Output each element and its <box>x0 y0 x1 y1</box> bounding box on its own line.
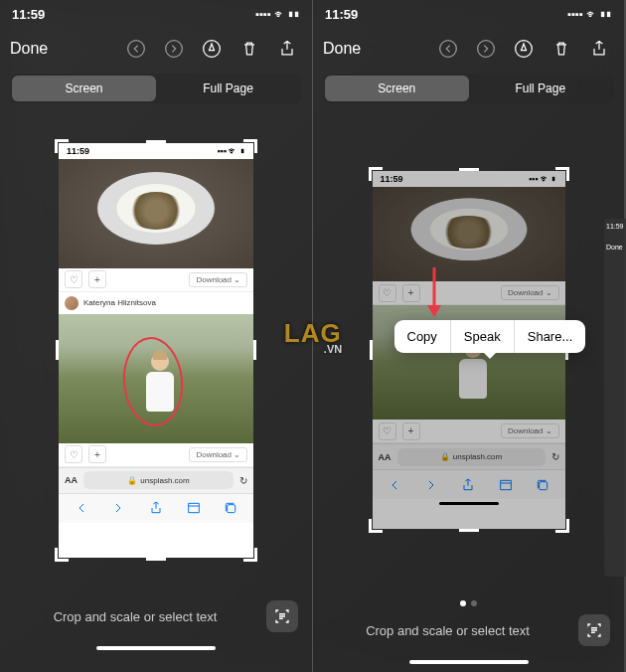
tab-fullpage[interactable]: Full Page <box>156 76 300 101</box>
tab-screen[interactable]: Screen <box>325 76 469 101</box>
menu-share[interactable]: Share... <box>514 320 586 353</box>
home-indicator[interactable] <box>409 660 529 664</box>
hint-text: Crop and scale or select text <box>327 623 568 638</box>
tabs-icon[interactable] <box>535 477 550 493</box>
canvas-area[interactable]: 11:59 Done Copy Speak Share... 11:59 ▪ <box>313 107 624 592</box>
heart-icon[interactable]: ♡ <box>379 284 396 302</box>
url-field[interactable]: 🔒unsplash.com <box>83 471 234 489</box>
bottom-area: Crop and scale or select text <box>313 592 624 672</box>
red-arrow-annotation <box>424 265 444 324</box>
plus-icon[interactable]: + <box>402 422 420 440</box>
download-button[interactable]: Download⌄ <box>189 447 247 462</box>
hint-text: Crop and scale or select text <box>14 609 256 624</box>
tab-fullpage[interactable]: Full Page <box>469 76 613 101</box>
crop-handle-right[interactable] <box>253 340 256 360</box>
share-icon[interactable] <box>584 34 614 64</box>
status-time: 11:59 <box>12 7 45 22</box>
plus-icon[interactable]: + <box>88 445 106 463</box>
image-actions: ♡ + Download⌄ <box>59 268 253 292</box>
child-image <box>59 314 253 443</box>
text-select-button[interactable] <box>578 614 610 646</box>
redo-icon[interactable] <box>159 34 189 64</box>
crop-handle-bottom[interactable] <box>459 529 479 532</box>
inner-status-bar: 11:59 ▪▪▪ ᯤ ▮ <box>59 143 253 159</box>
undo-icon[interactable] <box>433 34 463 64</box>
page-dot[interactable] <box>471 600 477 606</box>
phone-left: 11:59 ▪▪▪▪ ᯤ ▮▮ Done Screen Full Page 11… <box>0 0 312 672</box>
share-icon[interactable] <box>272 34 302 64</box>
image-actions-2: ♡ + Download⌄ <box>373 420 565 443</box>
safari-tab-bar <box>373 469 565 499</box>
plus-icon[interactable]: + <box>402 284 420 302</box>
markup-icon[interactable] <box>197 34 227 64</box>
view-segmented-control[interactable]: Screen Full Page <box>10 74 302 103</box>
page-indicator <box>460 600 477 606</box>
watermark: LAG .VN <box>284 318 342 355</box>
svg-point-5 <box>478 41 495 58</box>
heart-icon[interactable]: ♡ <box>379 422 396 440</box>
page-dot[interactable] <box>460 600 466 606</box>
safari-address-bar: AA 🔒unsplash.com ↻ <box>59 467 253 493</box>
redo-icon[interactable] <box>471 34 501 64</box>
trash-icon[interactable] <box>547 34 576 64</box>
canvas-area[interactable]: 11:59 ▪▪▪ ᯤ ▮ ♡ + Download⌄ Kateryna Hli… <box>0 107 312 592</box>
tab-screen[interactable]: Screen <box>12 76 156 101</box>
markup-icon[interactable] <box>509 34 539 64</box>
heart-icon[interactable]: ♡ <box>65 445 82 463</box>
trash-icon[interactable] <box>235 34 264 64</box>
back-icon[interactable] <box>74 500 89 516</box>
share-icon[interactable] <box>148 500 164 516</box>
image-actions-2: ♡ + Download⌄ <box>59 443 253 467</box>
download-button[interactable]: Download⌄ <box>501 285 559 300</box>
status-icons: ▪▪▪▪ ᯤ ▮▮ <box>255 8 300 20</box>
menu-speak[interactable]: Speak <box>450 320 514 353</box>
bookmarks-icon[interactable] <box>498 477 514 493</box>
status-icons: ▪▪▪▪ ᯤ ▮▮ <box>567 8 612 20</box>
author-row: Kateryna Hliznitsova <box>59 292 253 314</box>
done-button[interactable]: Done <box>323 40 425 58</box>
image-actions: ♡ + Download⌄ <box>373 281 565 305</box>
screenshot-frame[interactable]: Copy Speak Share... 11:59 ▪▪▪ ᯤ ▮ ♡ + Do… <box>373 171 565 529</box>
forward-icon[interactable] <box>423 477 439 493</box>
download-button[interactable]: Download⌄ <box>189 272 247 287</box>
text-select-button[interactable] <box>266 600 298 632</box>
svg-rect-7 <box>540 481 548 489</box>
refresh-icon[interactable]: ↻ <box>551 451 559 462</box>
menu-copy[interactable]: Copy <box>394 320 450 353</box>
undo-icon[interactable] <box>121 34 151 64</box>
url-field[interactable]: 🔒unsplash.com <box>397 448 546 466</box>
back-icon[interactable] <box>387 477 402 493</box>
phone-right: 11:59 ▪▪▪▪ ᯤ ▮▮ Done Screen Full Page 11… <box>312 0 624 672</box>
screenshot-frame[interactable]: 11:59 ▪▪▪ ᯤ ▮ ♡ + Download⌄ Kateryna Hli… <box>59 143 253 558</box>
bookmarks-icon[interactable] <box>186 500 202 516</box>
download-button[interactable]: Download⌄ <box>501 423 559 438</box>
svg-point-1 <box>166 41 183 58</box>
forward-icon[interactable] <box>110 500 126 516</box>
plus-icon[interactable]: + <box>88 270 106 288</box>
status-time: 11:59 <box>325 7 358 22</box>
safari-address-bar: AA 🔒unsplash.com ↻ <box>373 443 565 469</box>
done-button[interactable]: Done <box>10 40 113 58</box>
context-menu: Copy Speak Share... <box>394 320 586 353</box>
svg-point-0 <box>128 41 145 58</box>
heart-icon[interactable]: ♡ <box>65 270 82 288</box>
bottom-area: Crop and scale or select text <box>0 592 312 672</box>
screenshot-content: 11:59 ▪▪▪ ᯤ ▮ ♡ + Download⌄ Kateryna Hli… <box>59 143 253 558</box>
editor-toolbar: Done <box>0 28 312 70</box>
home-indicator[interactable] <box>96 646 216 650</box>
status-bar: 11:59 ▪▪▪▪ ᯤ ▮▮ <box>313 0 624 28</box>
side-preview: 11:59 Done <box>604 219 626 577</box>
aa-button[interactable]: AA <box>65 475 78 485</box>
refresh-icon[interactable]: ↻ <box>239 475 247 486</box>
food-image <box>373 187 565 281</box>
svg-rect-3 <box>228 505 235 513</box>
inner-status-bar: 11:59 ▪▪▪ ᯤ ▮ <box>373 171 565 187</box>
share-icon[interactable] <box>460 477 476 493</box>
tabs-icon[interactable] <box>223 500 238 516</box>
svg-point-4 <box>440 41 457 58</box>
safari-tab-bar <box>59 493 253 523</box>
editor-toolbar: Done <box>313 28 624 70</box>
crop-handle-bottom[interactable] <box>146 558 166 561</box>
aa-button[interactable]: AA <box>379 452 391 462</box>
view-segmented-control[interactable]: Screen Full Page <box>323 74 614 103</box>
